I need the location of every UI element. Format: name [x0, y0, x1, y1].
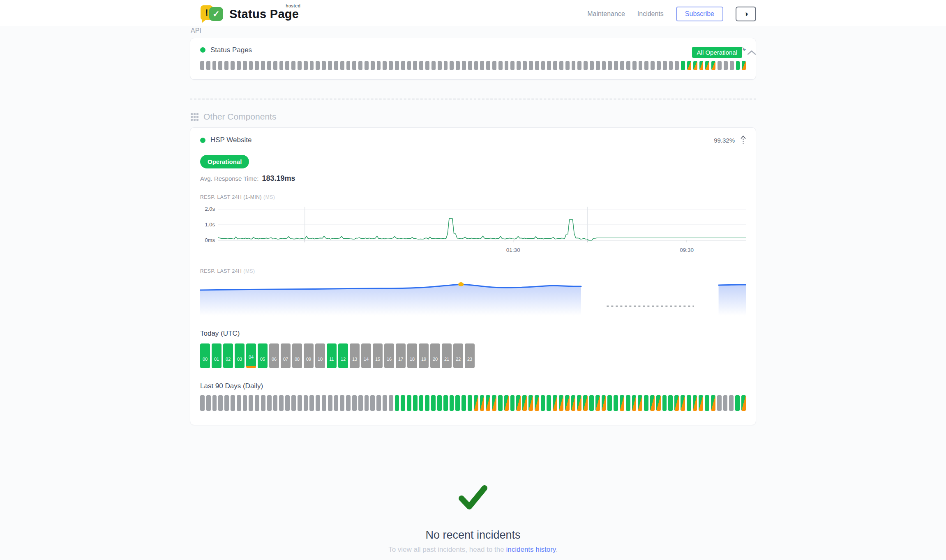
uptime-bar[interactable]: [662, 395, 667, 411]
uptime-bar[interactable]: [517, 61, 521, 70]
uptime-bar[interactable]: [462, 61, 466, 70]
uptime-bar[interactable]: [365, 395, 369, 411]
uptime-bar[interactable]: [243, 395, 247, 411]
uptime-bar[interactable]: [249, 61, 253, 70]
hour-block-00[interactable]: 00: [200, 343, 210, 368]
uptime-bar[interactable]: [577, 395, 581, 411]
subscribe-button[interactable]: Subscribe: [676, 7, 723, 21]
hour-block-23[interactable]: 23: [465, 343, 475, 368]
hour-block-12[interactable]: 12: [338, 343, 348, 368]
chevron-up-icon[interactable]: [747, 50, 756, 55]
uptime-bar[interactable]: [480, 61, 484, 70]
hour-block-19[interactable]: 19: [419, 343, 429, 368]
uptime-bar[interactable]: [589, 395, 594, 411]
uptime-bar[interactable]: [705, 61, 709, 70]
response-time-minute-chart[interactable]: 2.0s1.0s0ms 01:3009:30: [200, 204, 746, 257]
hour-block-01[interactable]: 01: [212, 343, 222, 368]
uptime-bar[interactable]: [699, 395, 703, 411]
uptime-bar[interactable]: [705, 395, 709, 411]
uptime-bar[interactable]: [632, 61, 637, 70]
uptime-bar[interactable]: [200, 395, 205, 411]
uptime-bar[interactable]: [656, 395, 661, 411]
uptime-bar[interactable]: [626, 61, 630, 70]
uptime-bar[interactable]: [358, 61, 362, 70]
uptime-bar[interactable]: [395, 61, 399, 70]
uptime-bar[interactable]: [577, 61, 581, 70]
uptime-bar[interactable]: [718, 61, 722, 70]
uptime-bar[interactable]: [681, 61, 685, 70]
uptime-bar[interactable]: [291, 61, 295, 70]
uptime-bar[interactable]: [590, 61, 594, 70]
uptime-bar[interactable]: [383, 61, 387, 70]
hour-block-03[interactable]: 03: [235, 343, 245, 368]
uptime-bar[interactable]: [510, 395, 515, 411]
uptime-bar[interactable]: [480, 395, 485, 411]
uptime-bar[interactable]: [267, 395, 272, 411]
uptime-bar[interactable]: [261, 61, 265, 70]
uptime-bar[interactable]: [285, 61, 289, 70]
uptime-bar[interactable]: [212, 61, 217, 70]
hour-block-14[interactable]: 14: [361, 343, 371, 368]
uptime-bar[interactable]: [231, 395, 235, 411]
uptime-bar[interactable]: [699, 61, 704, 70]
uptime-bar[interactable]: [255, 61, 259, 70]
uptime-bar[interactable]: [650, 395, 655, 411]
uptime-bar[interactable]: [607, 395, 612, 411]
uptime-bar[interactable]: [669, 61, 673, 70]
uptime-bar[interactable]: [298, 395, 302, 411]
uptime-bar[interactable]: [371, 61, 375, 70]
uptime-bar[interactable]: [559, 395, 563, 411]
uptime-bar[interactable]: [249, 395, 253, 411]
uptime-bar[interactable]: [316, 61, 320, 70]
uptime-bar[interactable]: [735, 395, 740, 411]
uptime-bar[interactable]: [310, 61, 314, 70]
uptime-bar[interactable]: [674, 395, 679, 411]
uptime-bar[interactable]: [736, 61, 740, 70]
uptime-bar[interactable]: [309, 395, 314, 411]
uptime-bars-status-pages[interactable]: [200, 61, 746, 70]
uptime-bar[interactable]: [516, 395, 521, 411]
uptime-bar[interactable]: [553, 61, 557, 70]
uptime-bar[interactable]: [370, 395, 375, 411]
uptime-bar[interactable]: [492, 61, 496, 70]
uptime-bar[interactable]: [553, 395, 557, 411]
uptime-bar[interactable]: [389, 395, 393, 411]
uptime-bar[interactable]: [273, 395, 278, 411]
uptime-bar[interactable]: [224, 61, 228, 70]
uptime-bar[interactable]: [723, 395, 728, 411]
uptime-bar[interactable]: [237, 61, 241, 70]
uptime-bar[interactable]: [431, 395, 436, 411]
uptime-bar[interactable]: [450, 395, 454, 411]
uptime-bar[interactable]: [419, 395, 424, 411]
uptime-bar[interactable]: [504, 395, 509, 411]
uptime-bar[interactable]: [231, 61, 235, 70]
uptime-bar[interactable]: [304, 395, 308, 411]
uptime-bar[interactable]: [279, 61, 284, 70]
uptime-bar[interactable]: [346, 395, 351, 411]
uptime-bar[interactable]: [224, 395, 229, 411]
uptime-bar[interactable]: [620, 395, 624, 411]
uptime-bar[interactable]: [474, 61, 478, 70]
uptime-bar[interactable]: [206, 395, 211, 411]
uptime-bar[interactable]: [377, 61, 381, 70]
uptime-bar[interactable]: [602, 395, 606, 411]
uptime-bar[interactable]: [510, 61, 515, 70]
uptime-bar[interactable]: [425, 61, 429, 70]
uptime-bar[interactable]: [438, 61, 442, 70]
uptime-bar[interactable]: [681, 395, 685, 411]
uptime-bar[interactable]: [498, 395, 503, 411]
uptime-bar[interactable]: [595, 395, 600, 411]
uptime-bar[interactable]: [444, 61, 448, 70]
uptime-bar[interactable]: [455, 395, 460, 411]
uptime-bar[interactable]: [352, 395, 357, 411]
uptime-bar[interactable]: [583, 395, 588, 411]
uptime-bar[interactable]: [486, 395, 490, 411]
response-time-day-chart[interactable]: [200, 277, 746, 316]
uptime-bar[interactable]: [614, 61, 618, 70]
nav-maintenance[interactable]: Maintenance: [587, 10, 625, 18]
hour-block-06[interactable]: 06: [269, 343, 279, 368]
uptime-bar[interactable]: [346, 61, 351, 70]
uptime-bar[interactable]: [522, 395, 527, 411]
uptime-bar[interactable]: [413, 395, 418, 411]
uptime-bar[interactable]: [413, 61, 417, 70]
